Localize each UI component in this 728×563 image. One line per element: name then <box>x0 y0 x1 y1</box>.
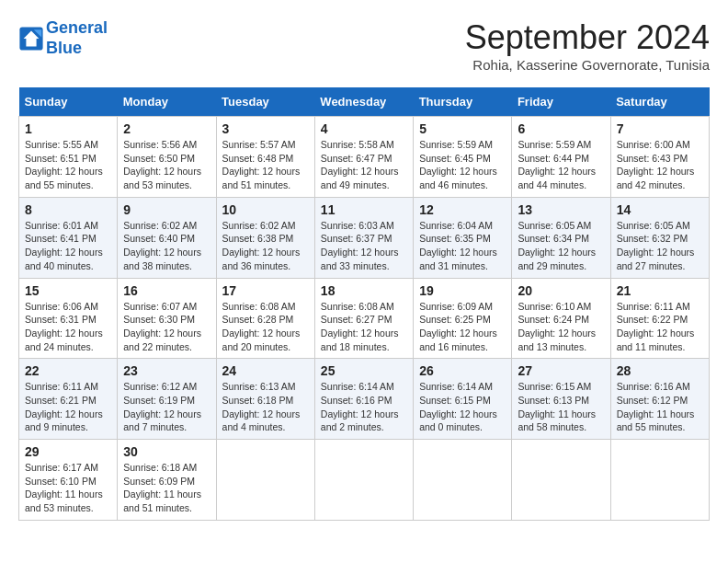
table-row <box>610 440 709 521</box>
calendar-week-row: 1 Sunrise: 5:55 AMSunset: 6:51 PMDayligh… <box>19 117 710 198</box>
page-header: General Blue September 2024 Rohia, Kasse… <box>18 18 710 73</box>
day-info: Sunrise: 6:13 AMSunset: 6:18 PMDaylight:… <box>222 381 301 432</box>
day-number: 30 <box>123 444 210 459</box>
table-row: 2 Sunrise: 5:56 AMSunset: 6:50 PMDayligh… <box>118 117 216 198</box>
day-number: 9 <box>123 202 210 217</box>
day-number: 17 <box>222 283 309 298</box>
day-info: Sunrise: 5:57 AMSunset: 6:48 PMDaylight:… <box>222 139 301 190</box>
day-number: 15 <box>25 283 111 298</box>
table-row: 28 Sunrise: 6:16 AMSunset: 6:12 PMDaylig… <box>610 359 709 440</box>
day-number: 14 <box>617 202 703 217</box>
day-number: 16 <box>123 283 210 298</box>
table-row: 24 Sunrise: 6:13 AMSunset: 6:18 PMDaylig… <box>216 359 314 440</box>
day-number: 27 <box>518 363 604 378</box>
table-row <box>216 440 314 521</box>
logo-line1: General <box>46 18 108 37</box>
day-number: 29 <box>25 444 111 459</box>
col-sunday: Sunday <box>19 87 118 117</box>
day-info: Sunrise: 6:06 AMSunset: 6:31 PMDaylight:… <box>25 301 103 352</box>
day-number: 5 <box>419 121 506 136</box>
calendar-week-row: 22 Sunrise: 6:11 AMSunset: 6:21 PMDaylig… <box>19 359 710 440</box>
day-info: Sunrise: 6:05 AMSunset: 6:34 PMDaylight:… <box>518 220 596 271</box>
title-block: September 2024 Rohia, Kasserine Governor… <box>465 18 710 73</box>
table-row: 19 Sunrise: 6:09 AMSunset: 6:25 PMDaylig… <box>414 278 512 359</box>
col-saturday: Saturday <box>610 87 709 117</box>
day-number: 1 <box>25 121 111 136</box>
day-number: 21 <box>617 283 703 298</box>
table-row: 26 Sunrise: 6:14 AMSunset: 6:15 PMDaylig… <box>414 359 512 440</box>
day-info: Sunrise: 6:02 AMSunset: 6:38 PMDaylight:… <box>222 220 301 271</box>
day-number: 6 <box>518 121 604 136</box>
day-number: 25 <box>321 363 407 378</box>
calendar-header-row: Sunday Monday Tuesday Wednesday Thursday… <box>19 87 710 117</box>
day-info: Sunrise: 6:10 AMSunset: 6:24 PMDaylight:… <box>518 301 596 352</box>
calendar-table: Sunday Monday Tuesday Wednesday Thursday… <box>18 87 710 521</box>
day-info: Sunrise: 6:08 AMSunset: 6:28 PMDaylight:… <box>222 301 301 352</box>
day-info: Sunrise: 5:59 AMSunset: 6:45 PMDaylight:… <box>419 139 497 190</box>
table-row: 15 Sunrise: 6:06 AMSunset: 6:31 PMDaylig… <box>19 278 118 359</box>
table-row: 23 Sunrise: 6:12 AMSunset: 6:19 PMDaylig… <box>118 359 216 440</box>
table-row: 6 Sunrise: 5:59 AMSunset: 6:44 PMDayligh… <box>512 117 610 198</box>
day-info: Sunrise: 6:15 AMSunset: 6:13 PMDaylight:… <box>518 381 596 432</box>
day-info: Sunrise: 6:05 AMSunset: 6:32 PMDaylight:… <box>617 220 695 271</box>
day-info: Sunrise: 6:14 AMSunset: 6:16 PMDaylight:… <box>321 381 399 432</box>
day-info: Sunrise: 6:11 AMSunset: 6:21 PMDaylight:… <box>25 381 103 432</box>
table-row: 8 Sunrise: 6:01 AMSunset: 6:41 PMDayligh… <box>19 197 118 278</box>
day-number: 12 <box>419 202 506 217</box>
day-number: 24 <box>222 363 309 378</box>
day-number: 26 <box>419 363 506 378</box>
table-row: 10 Sunrise: 6:02 AMSunset: 6:38 PMDaylig… <box>216 197 314 278</box>
table-row: 4 Sunrise: 5:58 AMSunset: 6:47 PMDayligh… <box>314 117 413 198</box>
day-number: 11 <box>321 202 407 217</box>
day-info: Sunrise: 5:55 AMSunset: 6:51 PMDaylight:… <box>25 139 103 190</box>
table-row: 18 Sunrise: 6:08 AMSunset: 6:27 PMDaylig… <box>314 278 413 359</box>
logo-icon <box>18 26 44 52</box>
col-tuesday: Tuesday <box>216 87 314 117</box>
table-row: 17 Sunrise: 6:08 AMSunset: 6:28 PMDaylig… <box>216 278 314 359</box>
col-thursday: Thursday <box>414 87 512 117</box>
day-number: 10 <box>222 202 309 217</box>
table-row: 16 Sunrise: 6:07 AMSunset: 6:30 PMDaylig… <box>118 278 216 359</box>
day-info: Sunrise: 6:09 AMSunset: 6:25 PMDaylight:… <box>419 301 497 352</box>
calendar-week-row: 15 Sunrise: 6:06 AMSunset: 6:31 PMDaylig… <box>19 278 710 359</box>
calendar-week-row: 29 Sunrise: 6:17 AMSunset: 6:10 PMDaylig… <box>19 440 710 521</box>
day-info: Sunrise: 5:59 AMSunset: 6:44 PMDaylight:… <box>518 139 596 190</box>
day-info: Sunrise: 6:16 AMSunset: 6:12 PMDaylight:… <box>617 381 695 432</box>
day-number: 28 <box>617 363 703 378</box>
day-number: 23 <box>123 363 210 378</box>
table-row: 20 Sunrise: 6:10 AMSunset: 6:24 PMDaylig… <box>512 278 610 359</box>
day-number: 13 <box>518 202 604 217</box>
table-row: 13 Sunrise: 6:05 AMSunset: 6:34 PMDaylig… <box>512 197 610 278</box>
day-info: Sunrise: 6:03 AMSunset: 6:37 PMDaylight:… <box>321 220 399 271</box>
logo-line2: Blue <box>46 39 82 57</box>
location-subtitle: Rohia, Kasserine Governorate, Tunisia <box>465 57 710 73</box>
day-number: 7 <box>617 121 703 136</box>
table-row: 30 Sunrise: 6:18 AMSunset: 6:09 PMDaylig… <box>118 440 216 521</box>
table-row: 21 Sunrise: 6:11 AMSunset: 6:22 PMDaylig… <box>610 278 709 359</box>
day-number: 20 <box>518 283 604 298</box>
table-row: 11 Sunrise: 6:03 AMSunset: 6:37 PMDaylig… <box>314 197 413 278</box>
day-info: Sunrise: 6:00 AMSunset: 6:43 PMDaylight:… <box>617 139 695 190</box>
calendar-week-row: 8 Sunrise: 6:01 AMSunset: 6:41 PMDayligh… <box>19 197 710 278</box>
day-number: 4 <box>321 121 407 136</box>
table-row: 9 Sunrise: 6:02 AMSunset: 6:40 PMDayligh… <box>118 197 216 278</box>
day-info: Sunrise: 5:56 AMSunset: 6:50 PMDaylight:… <box>123 139 201 190</box>
day-number: 18 <box>321 283 407 298</box>
table-row: 7 Sunrise: 6:00 AMSunset: 6:43 PMDayligh… <box>610 117 709 198</box>
day-number: 22 <box>25 363 111 378</box>
table-row: 5 Sunrise: 5:59 AMSunset: 6:45 PMDayligh… <box>414 117 512 198</box>
table-row: 12 Sunrise: 6:04 AMSunset: 6:35 PMDaylig… <box>414 197 512 278</box>
col-friday: Friday <box>512 87 610 117</box>
logo: General Blue <box>18 18 108 58</box>
day-info: Sunrise: 6:08 AMSunset: 6:27 PMDaylight:… <box>321 301 399 352</box>
col-wednesday: Wednesday <box>314 87 413 117</box>
day-number: 8 <box>25 202 111 217</box>
table-row: 29 Sunrise: 6:17 AMSunset: 6:10 PMDaylig… <box>19 440 118 521</box>
day-info: Sunrise: 6:04 AMSunset: 6:35 PMDaylight:… <box>419 220 497 271</box>
table-row <box>414 440 512 521</box>
day-info: Sunrise: 6:12 AMSunset: 6:19 PMDaylight:… <box>123 381 201 432</box>
day-info: Sunrise: 6:18 AMSunset: 6:09 PMDaylight:… <box>123 462 201 513</box>
table-row: 1 Sunrise: 5:55 AMSunset: 6:51 PMDayligh… <box>19 117 118 198</box>
month-title: September 2024 <box>465 18 710 57</box>
table-row <box>512 440 610 521</box>
